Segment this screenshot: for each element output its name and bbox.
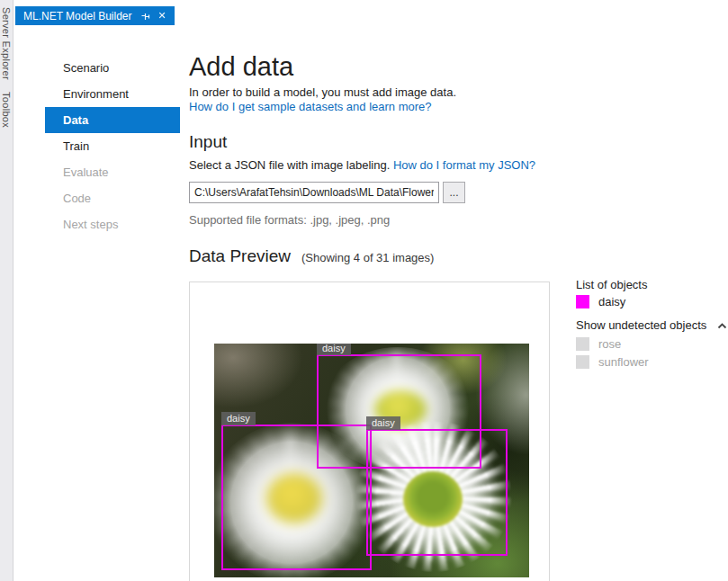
undetected-object-sunflower[interactable]: sunflower	[576, 355, 649, 369]
nav-item-environment[interactable]: Environment	[45, 81, 180, 107]
bounding-box-label: daisy	[317, 344, 351, 355]
input-section-heading: Input	[189, 132, 227, 152]
document-tab-title: ML.NET Model Builder	[23, 10, 132, 22]
json-format-link[interactable]: How do I format my JSON?	[393, 158, 535, 172]
bounding-box-label: daisy	[221, 412, 256, 425]
mlnet-model-builder-window: Server Explorer Toolbox ML.NET Model Bui…	[0, 0, 728, 581]
file-path-input[interactable]	[189, 182, 439, 203]
list-of-objects-title: List of objects	[576, 278, 648, 291]
nav-item-code: Code	[45, 185, 180, 211]
nav-item-evaluate: Evaluate	[45, 159, 180, 185]
bounding-box-daisy-left: daisy	[221, 425, 372, 570]
object-label: sunflower	[598, 355, 649, 369]
rose-checkbox[interactable]	[576, 337, 589, 351]
nav-item-next-steps: Next steps	[45, 211, 180, 237]
supported-formats-text: Supported file formats: .jpg, .jpeg, .pn…	[189, 213, 390, 227]
data-preview-title: Data Preview	[189, 246, 291, 266]
input-instruction-text: Select a JSON file with image labeling.	[189, 158, 393, 172]
input-instruction: Select a JSON file with image labeling. …	[189, 158, 535, 172]
data-preview-heading: Data Preview (Showing 4 of 31 images)	[189, 246, 434, 266]
object-label: daisy	[598, 295, 625, 308]
sample-datasets-link[interactable]: How do I get sample datasets and learn m…	[189, 100, 432, 113]
daisy-color-swatch	[576, 295, 589, 308]
data-preview-count: (Showing 4 of 31 images)	[301, 251, 434, 264]
chevron-up-icon[interactable]	[717, 318, 727, 332]
page-title: Add data	[189, 52, 293, 82]
browse-button[interactable]: ...	[443, 182, 465, 203]
object-label: rose	[598, 337, 621, 351]
nav-item-scenario[interactable]: Scenario	[45, 55, 180, 81]
nav-item-data[interactable]: Data	[45, 107, 180, 133]
tool-window-strip: Server Explorer Toolbox	[0, 0, 13, 581]
bounding-box-daisy-right: daisy	[366, 429, 508, 556]
show-undetected-label: Show undetected objects	[576, 318, 706, 332]
server-explorer-tab[interactable]: Server Explorer	[1, 7, 12, 80]
nav-item-train[interactable]: Train	[45, 133, 180, 159]
pin-icon[interactable]	[140, 11, 150, 21]
page-description: In order to build a model, you must add …	[189, 85, 456, 99]
document-tab[interactable]: ML.NET Model Builder ✕	[15, 6, 175, 25]
show-undetected-toggle[interactable]: Show undetected objects	[576, 318, 727, 332]
bounding-box-label: daisy	[366, 416, 400, 430]
object-legend-daisy: daisy	[576, 295, 625, 308]
data-preview-panel: daisy daisy daisy	[189, 282, 550, 581]
preview-image: daisy daisy daisy	[214, 344, 529, 577]
toolbox-tab[interactable]: Toolbox	[1, 92, 12, 128]
wizard-nav: Scenario Environment Data Train Evaluate…	[45, 55, 180, 237]
sunflower-checkbox[interactable]	[576, 355, 589, 369]
close-icon[interactable]: ✕	[158, 11, 166, 21]
undetected-object-rose[interactable]: rose	[576, 337, 621, 351]
